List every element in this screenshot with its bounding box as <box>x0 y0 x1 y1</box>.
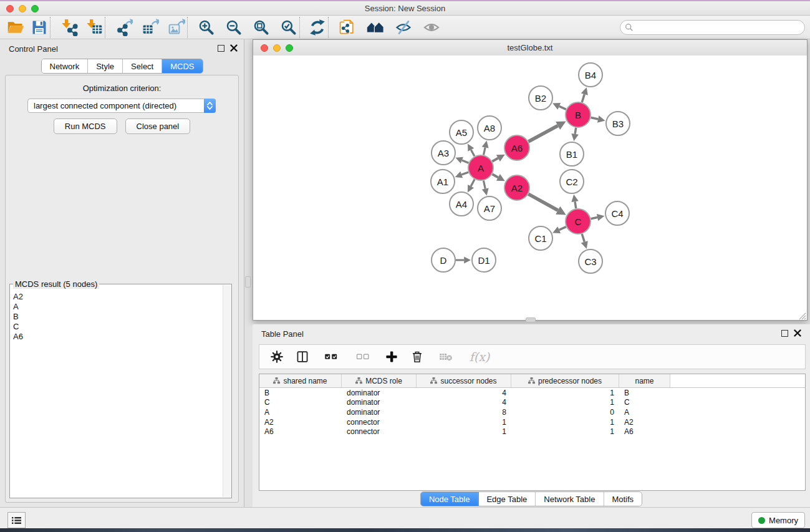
run-mcds-button[interactable]: Run MCDS <box>54 118 117 134</box>
graph-node-B1[interactable]: B1 <box>560 142 584 166</box>
column-header-successor-nodes[interactable]: successor nodes <box>417 374 511 387</box>
result-item: A <box>13 302 223 312</box>
float-table-panel-icon[interactable] <box>781 330 788 337</box>
hide-selected-icon[interactable] <box>393 17 414 37</box>
tab-node-table[interactable]: Node Table <box>421 492 479 506</box>
import-network-icon[interactable] <box>59 17 80 37</box>
refresh-layout-icon[interactable] <box>307 17 328 37</box>
result-scrollbar[interactable] <box>223 285 231 497</box>
table-row[interactable]: A2connector11A2 <box>259 417 805 427</box>
zoom-fit-icon[interactable] <box>251 17 272 37</box>
zoom-selected-icon[interactable] <box>278 17 299 37</box>
tab-style[interactable]: Style <box>88 59 123 73</box>
graph-node-A[interactable]: A <box>468 155 493 180</box>
graph-node-A5[interactable]: A5 <box>450 120 473 144</box>
graph-node-A8[interactable]: A8 <box>478 116 501 140</box>
graph-node-C1[interactable]: C1 <box>529 226 552 250</box>
zoom-in-icon[interactable] <box>196 17 217 37</box>
close-panel-icon[interactable] <box>230 44 238 52</box>
export-table-icon[interactable] <box>140 17 161 37</box>
vertical-splitter-handle[interactable] <box>245 276 251 288</box>
graph-node-A2[interactable]: A2 <box>504 175 529 200</box>
tab-mcds[interactable]: MCDS <box>162 59 202 73</box>
search-input[interactable] <box>620 20 805 35</box>
resize-grip[interactable] <box>798 311 806 319</box>
criterion-select[interactable]: largest connected component (directed) <box>27 99 216 113</box>
result-item: A2 <box>13 292 223 302</box>
column-type-icon <box>430 377 437 384</box>
graph-edge <box>482 141 489 155</box>
network-window-title: testGlobe.txt <box>253 43 807 52</box>
network-canvas[interactable]: AA1A2A3A4A5A6A7A8BB1B2B3B4CC1C2C3C4DD1 <box>253 56 807 320</box>
graph-node-A3[interactable]: A3 <box>432 141 455 165</box>
export-network-icon[interactable] <box>113 17 135 37</box>
table-row[interactable]: A6connector11A6 <box>259 427 805 437</box>
graph-edge <box>552 226 566 233</box>
table-row[interactable]: Cdominator41C <box>259 398 805 408</box>
table-cell: 1 <box>417 418 511 427</box>
graph-node-D1[interactable]: D1 <box>472 248 496 272</box>
graph-node-A6[interactable]: A6 <box>504 135 529 160</box>
add-icon[interactable] <box>384 349 399 364</box>
open-session-icon[interactable] <box>5 17 26 37</box>
tab-motifs[interactable]: Motifs <box>604 492 642 506</box>
select-all-icon[interactable] <box>321 349 342 364</box>
table-row[interactable]: Bdominator41B <box>259 388 805 398</box>
graph-node-B[interactable]: B <box>566 102 591 127</box>
table-cell: 4 <box>417 389 511 397</box>
network-file-icon[interactable] <box>337 17 358 37</box>
tab-network-table[interactable]: Network Table <box>536 492 604 506</box>
import-table-icon[interactable] <box>84 17 105 37</box>
memory-button[interactable]: Memory <box>751 512 805 528</box>
graph-node-B4[interactable]: B4 <box>579 63 602 87</box>
tab-edge-table[interactable]: Edge Table <box>478 492 536 506</box>
close-panel-button[interactable]: Close panel <box>125 118 191 134</box>
columns-icon[interactable] <box>295 349 310 364</box>
zoom-out-icon[interactable] <box>223 17 244 37</box>
memory-label: Memory <box>769 516 798 525</box>
export-image-icon[interactable] <box>166 17 187 37</box>
column-type-icon <box>273 377 280 384</box>
tab-network[interactable]: Network <box>41 59 88 73</box>
toolbar-separator <box>50 17 51 38</box>
delete-table-icon <box>435 349 456 364</box>
deselect-all-icon[interactable] <box>352 349 374 364</box>
column-header-name[interactable]: name <box>619 374 670 387</box>
graph-node-D[interactable]: D <box>432 248 455 272</box>
column-type-icon <box>528 377 535 384</box>
column-header-predecessor-nodes[interactable]: predecessor nodes <box>511 374 619 387</box>
status-bar: Memory <box>0 507 810 528</box>
settings-icon[interactable] <box>269 349 284 364</box>
graph-edge <box>571 195 578 209</box>
table-cell: dominator <box>342 398 417 407</box>
graph-node-C4[interactable]: C4 <box>605 201 629 225</box>
graph-node-A7[interactable]: A7 <box>478 196 501 220</box>
delete-icon[interactable] <box>410 349 425 364</box>
save-session-icon[interactable] <box>29 17 50 37</box>
horizontal-splitter-handle[interactable] <box>526 317 536 322</box>
graph-node-A1[interactable]: A1 <box>431 170 455 193</box>
float-panel-icon[interactable] <box>218 45 224 52</box>
task-history-button[interactable] <box>7 512 26 528</box>
graph-node-B3[interactable]: B3 <box>606 112 630 135</box>
table-row[interactable]: Adominator80A <box>259 407 805 417</box>
graph-node-B2[interactable]: B2 <box>529 86 552 110</box>
home-icon[interactable] <box>365 17 386 37</box>
column-header-shared-name[interactable]: shared name <box>259 374 342 387</box>
column-label: successor nodes <box>440 377 496 385</box>
graph-node-C3[interactable]: C3 <box>579 249 602 273</box>
graph-node-A4[interactable]: A4 <box>450 192 473 216</box>
show-hidden-icon[interactable] <box>421 17 442 37</box>
column-header-mcds-role[interactable]: MCDS role <box>342 374 417 387</box>
graph-node-C[interactable]: C <box>566 209 591 234</box>
graph-node-C2[interactable]: C2 <box>560 170 584 193</box>
network-window-titlebar[interactable]: testGlobe.txt <box>253 40 807 56</box>
graph-edge <box>528 121 566 142</box>
toolbar-group <box>5 16 50 39</box>
tab-select[interactable]: Select <box>123 59 162 73</box>
table-cell: 0 <box>511 408 619 417</box>
toolbar-group <box>113 16 187 39</box>
graph-edge <box>528 194 566 215</box>
search-icon <box>625 23 634 32</box>
close-table-panel-icon[interactable] <box>794 329 801 337</box>
